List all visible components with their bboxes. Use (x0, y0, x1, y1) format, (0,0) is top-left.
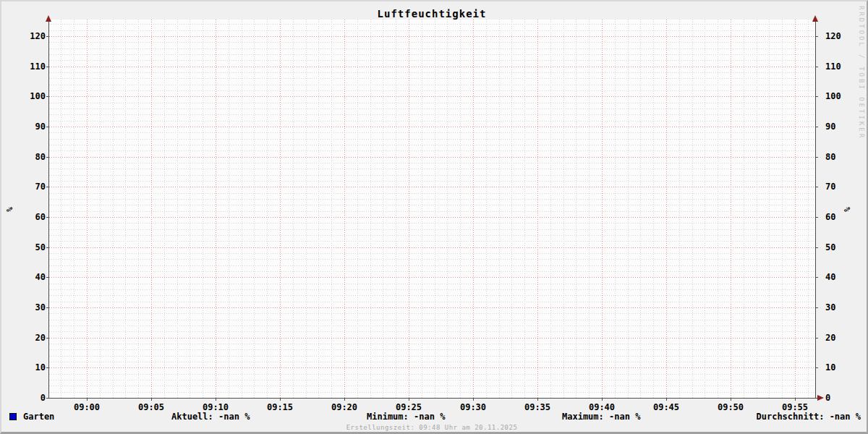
gridline-minor-v (757, 20, 757, 398)
gridline-minor-v (782, 20, 783, 398)
gridline-minor-v (293, 20, 294, 398)
gridline-minor-v (615, 20, 616, 398)
y-tick-label-left: 70 (15, 182, 46, 191)
gridline-major-h (49, 367, 815, 368)
gridline-minor-v (125, 20, 126, 398)
x-tick-label: 09:10 (194, 403, 237, 412)
y-axis-left-arrow-icon (46, 15, 51, 22)
y-axis-unit-right: % (843, 207, 852, 212)
y-tick-right (816, 338, 818, 339)
gridline-major-v (280, 20, 281, 398)
y-tick-left (46, 398, 48, 399)
creation-timestamp: Erstellungszeit: 09:48 Uhr am 20.11.2025 (1, 424, 862, 431)
x-tick (473, 399, 474, 401)
x-tick-label: 09:50 (709, 403, 752, 412)
y-tick-left (46, 307, 48, 308)
x-tick (216, 399, 216, 401)
gridline-minor-v (229, 20, 229, 398)
gridline-minor-v (550, 20, 551, 398)
x-tick (602, 399, 603, 401)
x-tick (344, 399, 345, 401)
gridline-minor-v (61, 20, 61, 398)
gridline-minor-v (511, 20, 512, 398)
x-tick-label: 09:35 (516, 403, 559, 412)
gridline-minor-v (486, 20, 487, 398)
y-tick-label-left: 0 (15, 393, 46, 402)
y-tick-label-left: 100 (15, 92, 46, 101)
x-tick-label: 09:55 (773, 403, 817, 412)
gridline-major-h (49, 277, 815, 278)
y-tick-label-right: 40 (825, 273, 856, 281)
y-axis-right-arrow-icon (812, 15, 818, 22)
y-tick-label-right: 80 (825, 153, 856, 161)
y-tick-right (816, 96, 818, 97)
gridline-minor-v (254, 20, 255, 398)
gridline-major-h (49, 96, 815, 97)
gridline-minor-v (769, 20, 770, 398)
gridline-minor-v (370, 20, 371, 398)
x-tick-label: 09:30 (451, 403, 495, 412)
gridline-minor-v (524, 20, 525, 398)
x-tick (87, 399, 88, 401)
y-tick-left (46, 338, 48, 339)
gridline-minor-v (808, 20, 809, 398)
gridline-minor-v (138, 20, 139, 398)
x-tick-label: 09:00 (65, 403, 109, 412)
gridline-minor-v (692, 20, 693, 398)
gridline-minor-v (576, 20, 576, 398)
y-axis-right-line (815, 17, 816, 399)
y-tick-label-right: 20 (825, 333, 856, 342)
stat-minimum: Minimum: -nan % (367, 412, 445, 422)
x-tick (731, 399, 731, 401)
gridline-major-h (49, 217, 815, 218)
gridline-minor-v (447, 20, 448, 398)
gridline-major-v (666, 20, 667, 398)
x-tick (409, 399, 409, 401)
gridline-minor-v (705, 20, 705, 398)
y-tick-left (46, 36, 48, 37)
y-tick-label-right: 120 (825, 32, 856, 41)
y-tick-left (46, 96, 48, 97)
gridline-major-h (49, 338, 815, 339)
y-tick-right (816, 127, 818, 127)
gridline-minor-v (744, 20, 744, 398)
y-axis-left-line (48, 17, 49, 399)
gridline-minor-v (422, 20, 422, 398)
y-tick-right (816, 398, 818, 399)
gridline-minor-v (653, 20, 654, 398)
y-tick-label-left: 40 (15, 273, 46, 281)
y-tick-label-right: 0 (825, 393, 856, 402)
legend: Garten Aktuell: -nan % Minimum: -nan % M… (1, 412, 868, 422)
stat-durchschnitt: Durchschnitt: -nan % (757, 412, 861, 422)
gridline-major-v (602, 20, 603, 398)
gridline-minor-v (383, 20, 383, 398)
y-tick-left (46, 217, 48, 218)
y-tick-left (46, 247, 48, 248)
y-tick-left (46, 127, 48, 127)
gridline-minor-v (628, 20, 629, 398)
stat-aktuell: Aktuell: -nan % (171, 412, 250, 422)
gridline-major-h (49, 36, 815, 37)
y-tick-left (46, 67, 48, 67)
y-tick-label-left: 10 (15, 363, 46, 372)
gridline-major-v (216, 20, 216, 398)
gridline-minor-v (640, 20, 641, 398)
gridline-minor-v (113, 20, 114, 398)
x-axis-line (48, 398, 817, 399)
y-tick-left (46, 157, 48, 158)
gridline-major-v (151, 20, 152, 398)
gridline-major-h (49, 307, 815, 308)
gridline-major-h (49, 67, 815, 67)
gridline-minor-v (177, 20, 178, 398)
y-tick-label-left: 110 (15, 62, 46, 71)
x-tick (280, 399, 281, 401)
x-tick (151, 399, 152, 401)
gridline-minor-v (190, 20, 190, 398)
rrdtool-humidity-graph: Luftfeuchtigkeit RRDTOOL / TOBI OETIKER … (0, 0, 868, 434)
gridline-minor-v (306, 20, 307, 398)
y-tick-label-right: 10 (825, 363, 856, 372)
gridline-minor-v (74, 20, 75, 398)
stat-maximum: Maximum: -nan % (562, 412, 640, 422)
x-tick-label: 09:40 (580, 403, 624, 412)
gridline-minor-v (331, 20, 332, 398)
